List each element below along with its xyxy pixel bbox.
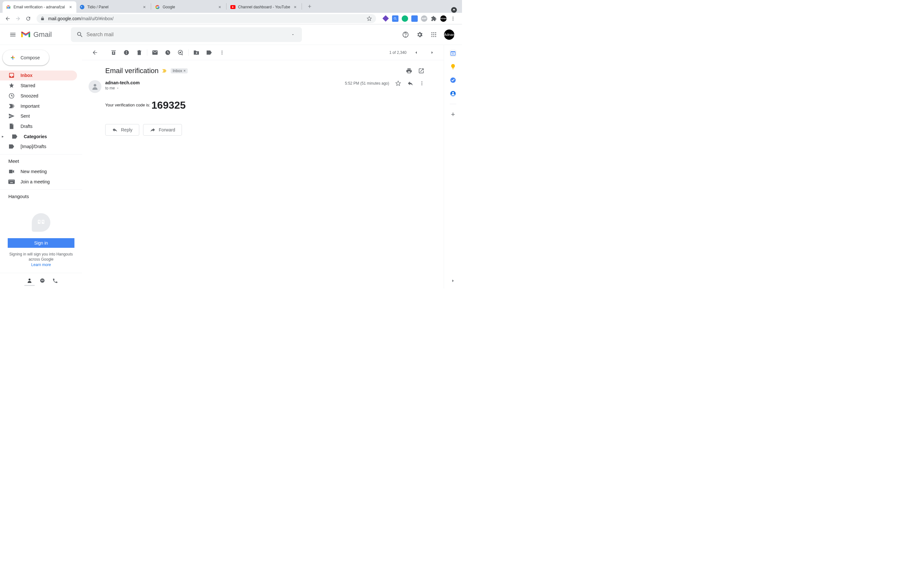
gmail-logo[interactable]: Gmail	[21, 31, 52, 39]
url-field[interactable]: mail.google.com/mail/u/0/#inbox/	[37, 14, 376, 23]
mark-unread-icon[interactable]	[149, 46, 162, 59]
svg-point-28	[40, 279, 45, 283]
search-options-icon[interactable]	[286, 33, 299, 37]
sidebar-item-snoozed[interactable]: Snoozed	[0, 91, 77, 101]
next-email-icon[interactable]	[426, 46, 439, 59]
search-input[interactable]	[86, 32, 286, 37]
contacts-icon[interactable]	[24, 276, 35, 286]
account-avatar[interactable]: Adnan	[444, 29, 454, 40]
settings-icon[interactable]	[416, 31, 423, 39]
phone-icon[interactable]	[50, 276, 60, 286]
extension-icon[interactable]	[402, 15, 408, 22]
extension-icons: ABP Adnan	[380, 15, 459, 22]
add-task-icon[interactable]	[174, 46, 187, 59]
prev-email-icon[interactable]	[410, 46, 423, 59]
compose-button[interactable]: Compose	[3, 50, 49, 65]
more-actions-icon[interactable]	[216, 46, 228, 59]
send-icon	[8, 113, 15, 119]
snooze-icon[interactable]	[162, 46, 174, 59]
hangouts-icon[interactable]	[37, 276, 47, 286]
delete-icon[interactable]	[133, 46, 145, 59]
browser-tab[interactable]: Tidio / Panel	[76, 1, 150, 13]
sidebar-item-imap[interactable]: [Imap]/Drafts	[0, 141, 77, 152]
sidebar-item-join-meeting[interactable]: Join a meeting	[0, 177, 77, 187]
archive-icon[interactable]	[107, 46, 120, 59]
label-chip[interactable]: Inbox ×	[171, 68, 187, 73]
chrome-profile-badge[interactable]: Adnan	[440, 15, 447, 22]
svg-point-32	[222, 52, 223, 53]
svg-point-12	[435, 32, 436, 33]
labels-icon[interactable]	[203, 46, 216, 59]
sender-avatar[interactable]	[89, 80, 102, 93]
browser-tab-active[interactable]: Email verification - adnanafzal	[3, 1, 76, 13]
open-new-window-icon[interactable]	[418, 68, 425, 74]
tasks-icon[interactable]	[450, 77, 456, 83]
gmail-brand-text: Gmail	[33, 31, 52, 39]
reply-icon[interactable]	[407, 80, 414, 87]
chrome-menu-icon[interactable]	[450, 15, 456, 22]
video-icon	[8, 168, 15, 175]
extension-icon[interactable]	[411, 15, 418, 22]
sender-recipient[interactable]: to me	[105, 86, 345, 90]
sidebar-item-label: Drafts	[21, 124, 32, 129]
learn-more-link[interactable]: Learn more	[31, 263, 51, 267]
svg-rect-21	[9, 181, 10, 181]
extension-icon[interactable]	[383, 15, 389, 22]
star-email-icon[interactable]	[395, 80, 401, 87]
sidebar-item-sent[interactable]: Sent	[0, 111, 77, 121]
keep-icon[interactable]	[450, 63, 456, 70]
sidebar-item-drafts[interactable]: Drafts	[0, 121, 77, 131]
back-to-inbox-icon[interactable]	[89, 46, 102, 59]
extension-icon[interactable]: ABP	[421, 15, 427, 22]
hangouts-signin-button[interactable]: Sign in	[8, 238, 74, 248]
hangouts-bubble-icon	[32, 213, 50, 232]
contacts-panel-icon[interactable]	[450, 90, 456, 97]
browser-tab[interactable]: Google	[152, 1, 226, 13]
forward-button[interactable]	[13, 14, 23, 23]
forward-button[interactable]: Forward	[143, 124, 182, 135]
print-icon[interactable]	[406, 68, 412, 74]
tab-title: Email verification - adnanafzal	[13, 5, 66, 9]
search-icon[interactable]	[73, 31, 86, 38]
close-icon[interactable]	[142, 5, 147, 10]
calendar-icon[interactable]: 31	[450, 50, 456, 56]
sidebar-item-new-meeting[interactable]: New meeting	[0, 166, 77, 177]
svg-text:31: 31	[452, 53, 454, 55]
star-icon[interactable]	[367, 16, 372, 21]
sidebar-item-inbox[interactable]: Inbox	[0, 71, 77, 81]
close-icon[interactable]	[68, 5, 73, 10]
sidebar-item-starred[interactable]: Starred	[0, 81, 77, 91]
chrome-profile-icon[interactable]	[451, 7, 457, 13]
sidebar-item-label: Inbox	[21, 73, 32, 78]
reply-arrow-icon	[112, 127, 118, 133]
sidebar-item-important[interactable]: Important	[0, 101, 77, 111]
reply-button[interactable]: Reply	[105, 124, 139, 135]
svg-point-11	[433, 32, 434, 33]
important-marker-icon[interactable]	[162, 69, 168, 73]
extensions-menu-icon[interactable]	[431, 15, 437, 22]
remove-label-icon[interactable]: ×	[184, 69, 186, 73]
back-button[interactable]	[3, 14, 12, 23]
more-icon[interactable]	[419, 81, 425, 86]
email-subject: Email verification	[105, 67, 158, 75]
close-icon[interactable]	[217, 5, 222, 10]
support-icon[interactable]	[402, 31, 409, 39]
svg-point-14	[433, 34, 434, 35]
extension-icon[interactable]	[392, 15, 399, 22]
browser-tab[interactable]: Channel dashboard - YouTube	[227, 1, 301, 13]
tab-title: Channel dashboard - YouTube	[238, 5, 291, 9]
reload-button[interactable]	[24, 14, 33, 23]
sidebar-item-categories[interactable]: ▸ Categories	[0, 131, 77, 142]
move-to-icon[interactable]	[190, 46, 203, 59]
search-box[interactable]	[71, 27, 302, 42]
close-icon[interactable]	[292, 5, 298, 10]
apps-icon[interactable]	[430, 31, 438, 39]
collapse-panel-icon[interactable]	[451, 278, 456, 284]
svg-point-7	[453, 18, 454, 19]
chevron-right-icon: ▸	[2, 135, 5, 138]
menu-icon[interactable]	[5, 27, 21, 42]
new-tab-button[interactable]	[305, 2, 314, 11]
spam-icon[interactable]	[120, 46, 133, 59]
tab-title: Tidio / Panel	[87, 5, 140, 9]
add-addon-icon[interactable]: +	[450, 111, 456, 118]
